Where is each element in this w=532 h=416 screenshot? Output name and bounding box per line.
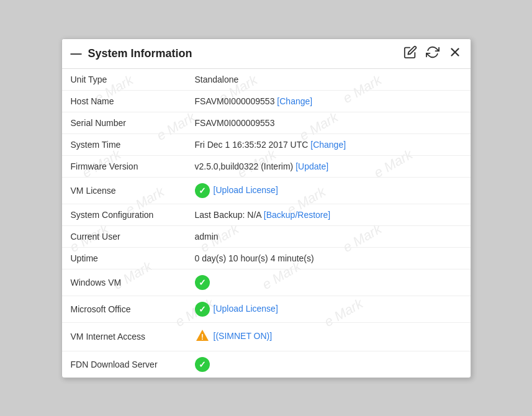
table-row: Microsoft Office✓[Upload License]	[62, 296, 471, 322]
row-label: Serial Number	[62, 112, 186, 133]
row-action-link[interactable]: [Upload License]	[214, 184, 278, 194]
table-row: VM License✓[Upload License]	[62, 177, 471, 204]
row-action-link[interactable]: [Backup/Restore]	[264, 210, 330, 220]
table-row: Unit TypeStandalone	[62, 69, 471, 91]
table-row: Host NameFSAVM0I000009553 [Change]	[62, 90, 471, 112]
row-action-link[interactable]: [Change]	[310, 140, 346, 150]
row-label: Current User	[62, 225, 186, 247]
row-value-text: v2.5.0,build0322 (Interim)	[195, 161, 296, 171]
table-row: Uptime0 day(s) 10 hour(s) 4 minute(s)	[62, 247, 471, 269]
row-value: Last Backup: N/A [Backup/Restore]	[186, 204, 471, 225]
row-value: ✓[Upload License]	[186, 177, 471, 204]
row-action-link[interactable]: [Change]	[277, 96, 312, 106]
row-value-text: Last Backup: N/A	[195, 210, 264, 220]
row-value: ✓	[186, 269, 471, 296]
panel-title: System Information	[88, 47, 192, 60]
refresh-icon[interactable]	[426, 45, 440, 62]
edit-icon[interactable]	[404, 45, 417, 62]
row-label: Microsoft Office	[62, 296, 186, 322]
panel-actions	[404, 45, 462, 62]
system-info-panel: — System Information	[61, 38, 471, 378]
collapse-icon: —	[71, 47, 82, 60]
row-value: 0 day(s) 10 hour(s) 4 minute(s)	[186, 247, 471, 269]
close-icon[interactable]	[448, 45, 462, 62]
warn-icon: !	[195, 328, 210, 345]
table-row: System TimeFri Dec 1 16:35:52 2017 UTC […	[62, 133, 471, 155]
row-action-link[interactable]: [(SIMNET ON)]	[214, 331, 273, 341]
svg-text:!: !	[201, 333, 204, 341]
check-icon: ✓	[195, 275, 210, 290]
title-group: — System Information	[71, 47, 192, 60]
table-row: Firmware Versionv2.5.0,build0322 (Interi…	[62, 155, 471, 177]
row-label: Firmware Version	[62, 155, 186, 177]
row-value: v2.5.0,build0322 (Interim) [Update]	[186, 155, 471, 177]
row-label: VM Internet Access	[62, 322, 186, 351]
row-value: FSAVM0I000009553	[186, 112, 471, 133]
row-value: Standalone	[186, 69, 471, 91]
table-row: Windows VM✓	[62, 269, 471, 296]
row-label: System Configuration	[62, 204, 186, 225]
row-label: Host Name	[62, 90, 186, 112]
row-label: Unit Type	[62, 69, 186, 91]
table-row: FDN Download Server✓	[62, 351, 471, 378]
table-row: Current Useradmin	[62, 225, 471, 247]
row-label: FDN Download Server	[62, 351, 186, 378]
row-value: ✓	[186, 351, 471, 378]
row-label: System Time	[62, 133, 186, 155]
table-row: Serial NumberFSAVM0I000009553	[62, 112, 471, 133]
row-value: ! [(SIMNET ON)]	[186, 322, 471, 351]
row-label: Windows VM	[62, 269, 186, 296]
row-value-text: Fri Dec 1 16:35:52 2017 UTC	[195, 140, 311, 150]
row-value-text: FSAVM0I000009553	[195, 96, 277, 106]
row-value: ✓[Upload License]	[186, 296, 471, 322]
row-action-link[interactable]: [Update]	[295, 161, 328, 171]
table-row: System ConfigurationLast Backup: N/A [Ba…	[62, 204, 471, 225]
row-value: Fri Dec 1 16:35:52 2017 UTC [Change]	[186, 133, 471, 155]
check-icon: ✓	[195, 183, 210, 198]
row-value: FSAVM0I000009553 [Change]	[186, 90, 471, 112]
panel-body: e Mark e Mark e Mark e Mark e Mark e Mar…	[62, 69, 471, 378]
check-icon: ✓	[195, 357, 210, 372]
table-row: VM Internet Access ! [(SIMNET ON)]	[62, 322, 471, 351]
row-label: Uptime	[62, 247, 186, 269]
row-value: admin	[186, 225, 471, 247]
panel-header: — System Information	[62, 39, 471, 69]
row-action-link[interactable]: [Upload License]	[214, 303, 278, 313]
info-table: Unit TypeStandaloneHost NameFSAVM0I00000…	[62, 69, 471, 378]
row-label: VM License	[62, 177, 186, 204]
check-icon: ✓	[195, 302, 210, 317]
